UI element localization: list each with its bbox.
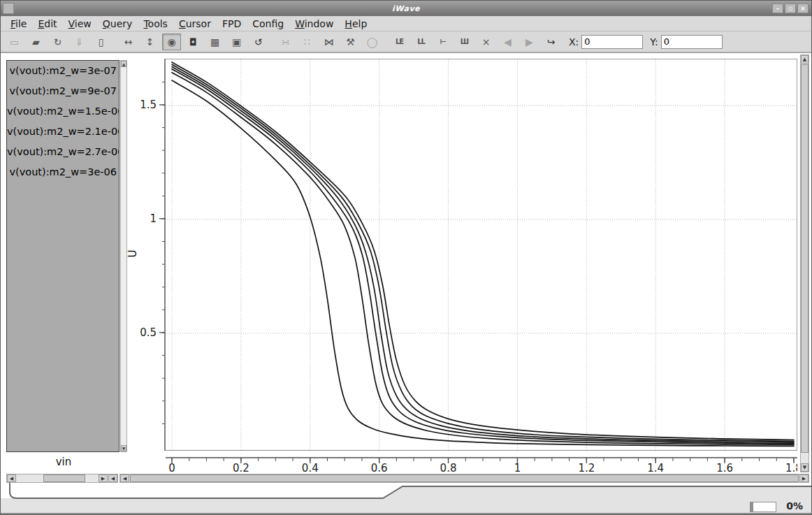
legend-hscroll-thumb[interactable] [43,474,85,482]
toolbar-separator [269,34,275,50]
window-menu-button[interactable] [3,3,14,14]
scroll-down-icon[interactable]: ▼ [121,445,126,451]
scroll-left-icon[interactable]: ◀ [120,474,129,482]
scroll-left-icon[interactable]: ◀ [7,474,16,482]
progress-bar [750,502,776,512]
remove-cursor-icon[interactable]: × [477,34,495,50]
menu-item-cursor[interactable]: Cursor [173,17,217,30]
tab-outline [1,483,812,500]
plot-hscroll-thumb[interactable] [130,474,799,482]
prev-arrow-icon[interactable]: ◀ [498,34,517,50]
menu-bar: FileEditViewQueryToolsCursorFPDConfigWin… [1,16,811,31]
curve-plot-area[interactable] [166,59,797,451]
vertical-bars-icon[interactable]: Ш [455,34,474,50]
scroll-down-icon[interactable]: ▼ [801,463,809,472]
next-arrow-icon[interactable]: ▶ [520,34,539,50]
menu-item-tools[interactable]: Tools [138,17,173,30]
plot-vertical-scrollbar[interactable]: ▲ ▼ [800,55,809,472]
zoom-dot-icon[interactable]: ◘ [184,34,203,50]
goto-end-icon[interactable]: ↪ [542,34,560,50]
menu-item-file[interactable]: File [5,17,32,30]
close-button[interactable]: × [797,3,809,13]
signal-legend-panel: v(vout):m2_w=3e-07v(vout):m2_w=9e-07v(vo… [6,60,119,452]
progress-percent: 0% [786,500,803,512]
delete-trash-icon[interactable]: ▯ [92,34,110,50]
plot-horizontal-scrollbar[interactable]: ◀ ▶ [119,474,809,483]
toolbar-separator [112,34,117,50]
y-axis-label: U [126,250,139,258]
hand-tool-icon[interactable]: ⚒ [341,34,360,50]
fit-vertical-icon[interactable]: ↕ [140,34,159,50]
maximize-button[interactable]: ▫ [785,3,796,13]
plot-digital-icon[interactable]: ∷ [298,34,317,50]
scroll-right-icon[interactable]: ▶ [799,474,809,482]
progress-fill [751,502,753,512]
y-tick-label: 1 [150,212,157,225]
window-title: iWave [392,4,420,13]
rotate-icon[interactable]: ↺ [249,34,268,50]
legend-item[interactable]: v(vout):m2_w=3e-07 [7,61,119,81]
scroll-left2-icon[interactable]: ◀ [108,474,117,482]
x-tick-label: 0 [168,462,175,472]
scroll-up-icon[interactable]: ▲ [121,61,126,67]
x-field-label: X: [569,36,579,48]
curve-v(vout):m2_w=2.7e-06 [172,64,794,441]
legend-item[interactable]: v(vout):m2_w=1.5e-06 [7,101,119,122]
zoom-box-icon[interactable]: ◉ [162,34,181,50]
open-folder-icon[interactable]: ▰ [27,34,45,50]
zoom-region-icon[interactable]: ▣ [227,34,246,50]
toolbar: ▭▰↻⇓▯↔↕◉◘▦▣↺∺∷⋈⚒◯LELL⊢Ш×◀▶↪ X: Y: [1,31,811,52]
legend-item[interactable]: v(vout):m2_w=2.1e-06 [7,122,119,142]
y-coordinate-input[interactable] [661,35,723,49]
plot-xy-icon[interactable]: ∺ [276,34,295,50]
title-bar[interactable]: iWave –▫× [1,1,811,16]
menu-item-config[interactable]: Config [247,17,289,30]
axis-corner-icon[interactable]: ⊢ [433,34,452,50]
menu-item-window[interactable]: Window [289,17,339,30]
legend-item[interactable]: v(vout):m2_w=2.7e-06 [7,142,119,162]
menu-item-view[interactable]: View [63,17,97,30]
x-tick-label: 0.8 [440,462,457,472]
measure-width-icon[interactable]: ⋈ [319,34,338,50]
cursor-x-field-group: X: [569,35,643,49]
fit-horizontal-icon[interactable]: ↔ [119,34,138,50]
menu-item-query[interactable]: Query [97,17,138,30]
cursor-y-field-group: Y: [650,35,722,49]
menu-item-help[interactable]: Help [339,17,372,30]
x-axis-label: vin [15,456,113,468]
x-tick-label: 1.2 [578,462,595,472]
new-icon[interactable]: ▭ [5,34,24,50]
legend-horizontal-scrollbar[interactable]: ◀ ▶ ◀ [6,474,118,483]
legend-item[interactable]: v(vout):m2_w=3e-06 [7,162,119,182]
x-tick-label: 0.6 [371,462,388,472]
minimize-button[interactable]: – [772,3,783,13]
y-tick-label: 1.5 [140,99,157,111]
print-icon[interactable]: ⇓ [70,34,89,50]
curve-v(vout):m2_w=1.5e-06 [172,69,794,444]
y-field-label: Y: [650,36,658,48]
toolbar-separator [383,34,389,50]
iwave-window: iWave –▫× FileEditViewQueryToolsCursorFP… [0,0,812,515]
comment-balloon-icon[interactable]: ◯ [363,34,382,50]
x-tick-label: 1.6 [716,462,733,472]
curve-v(vout):m2_w=3e-06 [172,62,794,440]
x-coordinate-input[interactable] [581,35,643,49]
menu-item-fpd[interactable]: FPD [217,17,247,30]
scroll-up-icon[interactable]: ▲ [801,55,809,64]
x-axis-ruler: 00.20.40.60.811.21.41.61.8 [166,451,797,472]
grid-toggle-icon[interactable]: ▦ [205,34,224,50]
x-tick-label: 0.2 [233,462,249,472]
reload-icon[interactable]: ↻ [48,34,67,50]
main-area: v(vout):m2_w=3e-07v(vout):m2_w=9e-07v(vo… [1,52,812,483]
menu-item-edit[interactable]: Edit [32,17,62,30]
x-tick-label: 1 [514,462,521,472]
log-y-icon[interactable]: LL [412,34,430,50]
x-tick-label: 1.8 [785,462,797,472]
scroll-right-icon[interactable]: ▶ [99,474,108,482]
log-x-icon[interactable]: LE [390,34,409,50]
legend-item[interactable]: v(vout):m2_w=9e-07 [7,81,119,101]
x-tick-label: 1.4 [647,462,664,472]
plot-vscroll-thumb[interactable] [801,64,809,453]
x-tick-label: 0.4 [302,462,319,472]
panel-tab-bar: 0.CurvePanel [1,483,812,500]
